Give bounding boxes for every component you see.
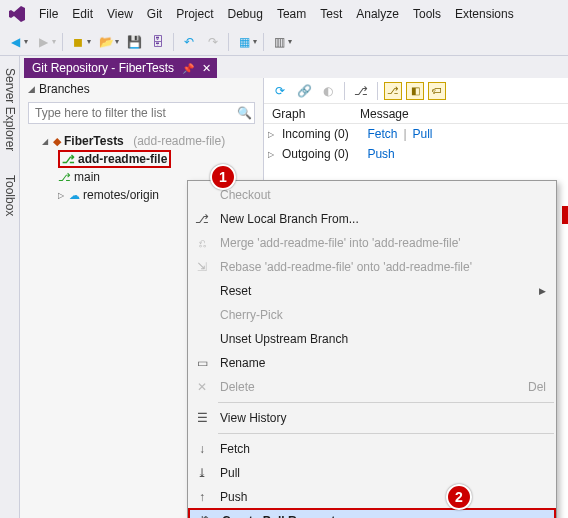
col-message[interactable]: Message <box>352 107 417 121</box>
sidebar-tab-server-explorer[interactable]: Server Explorer <box>1 62 19 157</box>
toolbar: ◀▾ ▶▾ ◼▾ 📂▾ 💾 🗄 ↶ ↷ ▦▾ ▥▾ <box>0 28 568 56</box>
menu-view[interactable]: View <box>100 3 140 25</box>
ctx-create-pull-request[interactable]: ⇵Create Pull Request <box>188 508 556 518</box>
rebase-icon: ⇲ <box>192 260 212 274</box>
branch-icon: ⎇ <box>58 171 71 184</box>
vs-logo-icon <box>8 5 26 23</box>
menu-edit[interactable]: Edit <box>65 3 100 25</box>
ctx-delete[interactable]: ✕DeleteDel <box>188 375 556 399</box>
menu-file[interactable]: File <box>32 3 65 25</box>
search-icon[interactable]: 🔍 <box>234 106 254 120</box>
outgoing-row[interactable]: ▷Outgoing (0) Push <box>264 144 568 164</box>
ctx-push[interactable]: ↑Push <box>188 485 556 509</box>
ctx-pull[interactable]: ⤓Pull <box>188 461 556 485</box>
pull-link[interactable]: Pull <box>413 127 433 141</box>
menu-team[interactable]: Team <box>270 3 313 25</box>
menu-project[interactable]: Project <box>169 3 220 25</box>
rename-icon: ▭ <box>192 356 212 370</box>
history-icon: ☰ <box>192 411 212 425</box>
menu-analyze[interactable]: Analyze <box>349 3 406 25</box>
side-tab-strip: Server Explorer Toolbox <box>0 56 20 518</box>
refresh-button[interactable]: ⟳ <box>270 81 290 101</box>
sidebar-tab-toolbox[interactable]: Toolbox <box>1 169 19 222</box>
filter2-button[interactable]: ◧ <box>406 82 424 100</box>
branch-toggle-button[interactable]: ⎇ <box>351 81 371 101</box>
repo-node[interactable]: ◢◆ FiberTests (add-readme-file) <box>28 132 263 150</box>
push-icon: ↑ <box>192 490 212 504</box>
link-button[interactable]: 🔗 <box>294 81 314 101</box>
push-link[interactable]: Push <box>367 147 394 161</box>
callout-2: 2 <box>446 484 472 510</box>
redo-button[interactable]: ↷ <box>202 31 224 53</box>
tb-extra1-button[interactable]: ▦ <box>233 31 255 53</box>
filter3-button[interactable]: 🏷 <box>428 82 446 100</box>
ctx-separator <box>218 433 554 434</box>
menu-tools[interactable]: Tools <box>406 3 448 25</box>
ctx-reset[interactable]: Reset▶ <box>188 279 556 303</box>
merge-icon: ⎌ <box>192 236 212 250</box>
ctx-merge[interactable]: ⎌Merge 'add-readme-file' into 'add-readm… <box>188 231 556 255</box>
branch-filter-input[interactable] <box>29 106 234 120</box>
menubar: File Edit View Git Project Debug Team Te… <box>0 0 568 28</box>
undo-button[interactable]: ↶ <box>178 31 200 53</box>
ctx-unset-upstream[interactable]: Unset Upstream Branch <box>188 327 556 351</box>
history-columns: Graph Message <box>264 104 568 124</box>
ctx-view-history[interactable]: ☰View History <box>188 406 556 430</box>
save-button[interactable]: 💾 <box>123 31 145 53</box>
col-graph[interactable]: Graph <box>264 107 352 121</box>
save-all-button[interactable]: 🗄 <box>147 31 169 53</box>
ctx-rebase[interactable]: ⇲Rebase 'add-readme-file' onto 'add-read… <box>188 255 556 279</box>
fetch-icon: ↓ <box>192 442 212 456</box>
delete-icon: ✕ <box>192 380 212 394</box>
tab-title: Git Repository - FiberTests <box>32 61 174 75</box>
document-tabs: Git Repository - FiberTests 📌 ✕ <box>20 56 568 78</box>
menu-debug[interactable]: Debug <box>221 3 270 25</box>
tb-extra2-button[interactable]: ▥ <box>268 31 290 53</box>
repo-icon: ◆ <box>53 135 61 148</box>
ctx-fetch[interactable]: ↓Fetch <box>188 437 556 461</box>
nav-forward-button[interactable]: ▶ <box>32 31 54 53</box>
menu-git[interactable]: Git <box>140 3 169 25</box>
branch-icon: ⎇ <box>192 212 212 226</box>
chevron-right-icon: ▶ <box>539 286 546 296</box>
new-project-button[interactable]: ◼ <box>67 31 89 53</box>
ctx-checkout[interactable]: Checkout <box>188 183 556 207</box>
graph-button[interactable]: ◐ <box>318 81 338 101</box>
filter1-button[interactable]: ⎇ <box>384 82 402 100</box>
open-button[interactable]: 📂 <box>95 31 117 53</box>
branch-filter: 🔍 <box>28 102 255 124</box>
nav-back-button[interactable]: ◀ <box>4 31 26 53</box>
branch-context-menu: Checkout ⎇New Local Branch From... ⎌Merg… <box>187 180 557 518</box>
ctx-rename[interactable]: ▭Rename <box>188 351 556 375</box>
ctx-separator <box>218 402 554 403</box>
history-toolbar: ⟳ 🔗 ◐ ⎇ ⎇ ◧ 🏷 <box>264 78 568 104</box>
callout-1: 1 <box>210 164 236 190</box>
fetch-link[interactable]: Fetch <box>367 127 397 141</box>
tab-git-repository[interactable]: Git Repository - FiberTests 📌 ✕ <box>24 58 217 78</box>
pin-icon[interactable]: 📌 <box>182 63 194 74</box>
branches-header[interactable]: ◢Branches <box>20 78 263 100</box>
pull-request-icon: ⇵ <box>194 514 214 518</box>
menu-extensions[interactable]: Extensions <box>448 3 521 25</box>
incoming-row[interactable]: ▷Incoming (0) Fetch | Pull <box>264 124 568 144</box>
scroll-indicator <box>562 206 568 224</box>
branch-icon: ⎇ <box>62 153 75 166</box>
menu-test[interactable]: Test <box>313 3 349 25</box>
ctx-cherry-pick[interactable]: Cherry-Pick <box>188 303 556 327</box>
ctx-new-local-branch[interactable]: ⎇New Local Branch From... <box>188 207 556 231</box>
pull-icon: ⤓ <box>192 466 212 480</box>
close-icon[interactable]: ✕ <box>202 62 211 75</box>
cloud-icon: ☁ <box>69 189 80 202</box>
